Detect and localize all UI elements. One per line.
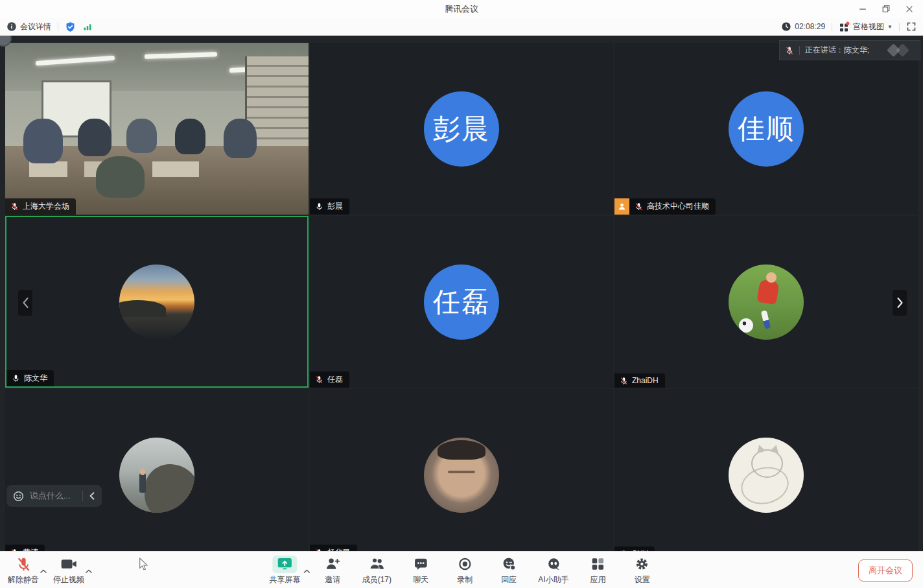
meeting-details-button[interactable]: 会议详情 xyxy=(6,21,51,32)
video-options-caret[interactable] xyxy=(86,565,92,576)
participant-name: 高技术中心司佳顺 xyxy=(647,201,709,212)
room-shape xyxy=(224,119,257,158)
share-screen-highlight xyxy=(272,556,297,573)
gear-icon xyxy=(635,556,650,572)
chat-button[interactable]: 聊天 xyxy=(406,555,436,585)
chat-bubble-icon xyxy=(413,556,428,572)
members-icon xyxy=(369,556,384,572)
avatar-photo xyxy=(424,438,499,513)
leave-meeting-button[interactable]: 离开会议 xyxy=(858,559,913,582)
photo-shape xyxy=(139,473,145,493)
share-options-caret[interactable] xyxy=(303,565,310,576)
ai-assistant-button[interactable]: AI小助手 xyxy=(538,555,568,585)
participant-name: 彭晨 xyxy=(327,201,343,212)
collapse-chevron-left-icon[interactable] xyxy=(89,492,95,500)
divider xyxy=(82,491,83,501)
video-tile-yanghuamin[interactable]: 杨华民 xyxy=(310,389,613,561)
mic-muted-icon xyxy=(10,202,19,211)
meeting-duration: 02:08:29 xyxy=(781,21,825,32)
members-button[interactable]: 成员(17) xyxy=(362,555,391,585)
chevron-down-icon: ▼ xyxy=(887,24,893,30)
ai-assistant-label: AI小助手 xyxy=(538,574,568,585)
stop-video-button[interactable]: 停止视频 xyxy=(53,555,84,585)
video-tile-shu[interactable]: SHU xyxy=(614,389,918,561)
invite-person-icon xyxy=(325,556,340,572)
room-shape xyxy=(23,119,63,163)
photo-shape xyxy=(757,279,780,305)
minimize-icon[interactable] xyxy=(853,1,872,17)
info-icon xyxy=(6,21,17,32)
ai-assistant-icon xyxy=(546,556,561,572)
photo-shape xyxy=(448,471,475,474)
audio-options-caret[interactable] xyxy=(40,565,47,576)
duration-value: 02:08:29 xyxy=(795,22,825,31)
share-screen-button[interactable]: 共享屏幕 xyxy=(266,555,303,585)
emoji-smiley-icon[interactable] xyxy=(13,491,24,502)
restore-icon[interactable] xyxy=(876,1,896,17)
video-tile-pengchen[interactable]: 彭晨 彭晨 xyxy=(310,43,613,215)
participant-label: ZhaiDH xyxy=(614,373,665,388)
video-grid: 上海大学会场 彭晨 彭晨 佳顺 高技术中心 xyxy=(5,43,918,561)
unmute-button[interactable]: 解除静音 xyxy=(8,555,39,585)
share-screen-label: 共享屏幕 xyxy=(269,574,300,585)
photo-shape xyxy=(119,300,166,317)
divider xyxy=(58,23,58,31)
mic-muted-icon xyxy=(315,375,323,384)
video-tile-huangqing[interactable]: 黄清 xyxy=(5,389,309,561)
chat-input[interactable]: 说点什么... xyxy=(30,490,76,502)
mic-on-icon xyxy=(315,202,323,211)
grid-view-icon xyxy=(839,21,850,32)
stop-video-label: 停止视频 xyxy=(53,574,84,585)
view-mode-label: 宫格视图 xyxy=(853,21,884,32)
apps-label: 应用 xyxy=(590,574,606,585)
participant-label: 任磊 xyxy=(310,371,349,388)
members-label: 成员(17) xyxy=(362,574,391,585)
prev-page-arrow[interactable] xyxy=(18,290,32,316)
photo-shape xyxy=(739,318,753,333)
photo-shape xyxy=(140,469,145,475)
security-shield-button[interactable] xyxy=(65,21,76,32)
speaking-indicator-banner: 正在讲话：陈文华; xyxy=(779,40,920,60)
record-button[interactable]: 录制 xyxy=(450,555,480,585)
signal-bars-icon xyxy=(82,21,93,32)
apps-grid-icon xyxy=(590,556,606,572)
video-tile-zhaidh[interactable]: ZhaiDH xyxy=(614,216,918,388)
settings-button[interactable]: 设置 xyxy=(627,555,657,585)
next-page-arrow[interactable] xyxy=(893,290,907,316)
avatar-photo xyxy=(729,438,804,513)
video-tile-chenwenhua[interactable]: 陈文华 xyxy=(5,216,309,388)
record-label: 录制 xyxy=(457,574,473,585)
video-grid-area: 上海大学会场 彭晨 彭晨 佳顺 高技术中心 xyxy=(0,36,923,588)
participant-name: 任磊 xyxy=(327,374,343,385)
close-icon[interactable] xyxy=(900,1,919,17)
room-shape xyxy=(78,119,111,156)
participant-name: 陈文华 xyxy=(24,373,47,384)
room-shape xyxy=(175,119,205,155)
room-shape xyxy=(96,156,145,198)
view-mode-switcher[interactable]: 宫格视图 ▼ xyxy=(839,21,893,32)
video-tile-shanghai-univ[interactable]: 上海大学会场 xyxy=(5,43,309,215)
meeting-details-label: 会议详情 xyxy=(20,21,51,32)
apps-button[interactable]: 应用 xyxy=(583,555,613,585)
fullscreen-button[interactable] xyxy=(906,21,917,32)
participant-label: 彭晨 xyxy=(310,198,349,215)
share-screen-icon xyxy=(277,558,292,570)
participant-name: ZhaiDH xyxy=(632,376,659,385)
mouse-cursor xyxy=(139,558,148,571)
avatar-photo xyxy=(119,438,194,513)
participant-name: 上海大学会场 xyxy=(23,201,69,212)
settings-label: 设置 xyxy=(635,574,650,585)
clock-icon xyxy=(781,21,791,32)
network-signal-button[interactable] xyxy=(82,21,93,32)
shield-check-icon xyxy=(65,21,76,32)
window-controls xyxy=(853,0,919,18)
invite-button[interactable]: 邀请 xyxy=(318,555,347,585)
camera-icon xyxy=(61,558,77,570)
video-tile-jiashun[interactable]: 佳顺 高技术中心司佳顺 xyxy=(614,43,918,215)
room-shape xyxy=(126,119,157,153)
unmute-label: 解除静音 xyxy=(8,574,39,585)
chevron-right-icon xyxy=(896,297,904,309)
photo-shape xyxy=(145,464,194,512)
reactions-button[interactable]: 回应 xyxy=(494,555,524,585)
video-tile-renlei[interactable]: 任磊 任磊 xyxy=(310,216,613,388)
